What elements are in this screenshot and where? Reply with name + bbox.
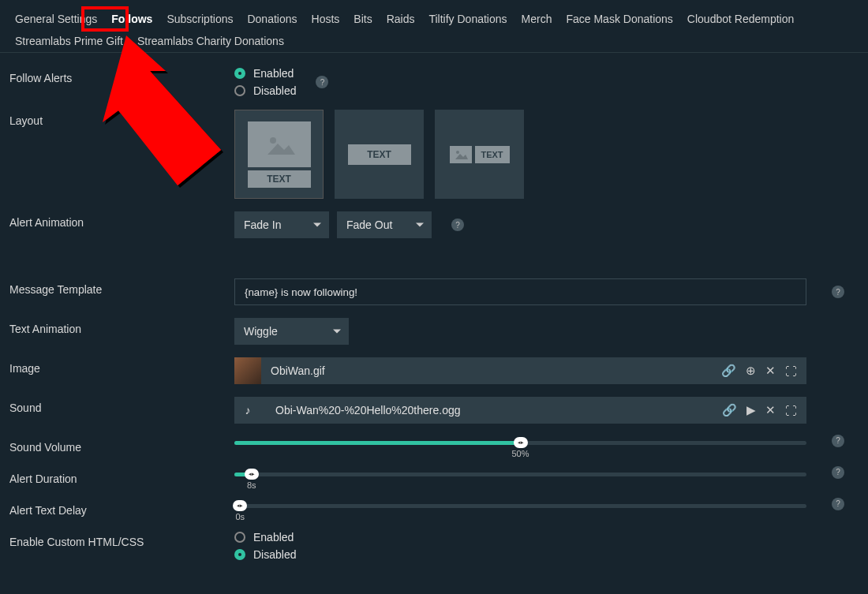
follow-alerts-label: Follow Alerts	[9, 67, 234, 84]
tab-streamlabs-charity-donations[interactable]: Streamlabs Charity Donations	[130, 30, 291, 52]
border-icon[interactable]: ⛶	[785, 404, 797, 417]
follow-alerts-disabled-radio[interactable]: Disabled	[234, 84, 296, 97]
svg-marker-4	[455, 154, 468, 159]
follow-alerts-enabled-radio[interactable]: Enabled	[234, 67, 296, 80]
sound-filename: Obi-Wan%20-%20Hello%20there.ogg	[261, 404, 722, 417]
custom-html-enabled-radio[interactable]: Enabled	[234, 531, 296, 544]
tab-follows[interactable]: Follows	[104, 8, 159, 30]
link-icon[interactable]: 🔗	[721, 364, 736, 378]
layout-option-3[interactable]: TEXT	[435, 110, 524, 199]
svg-marker-2	[268, 144, 295, 155]
close-icon[interactable]: ✕	[765, 403, 776, 417]
play-icon[interactable]: ▶	[746, 403, 756, 417]
tab-subscriptions[interactable]: Subscriptions	[159, 8, 240, 30]
help-icon[interactable]: ?	[832, 435, 844, 447]
tab-tiltify-donations[interactable]: Tiltify Donations	[421, 8, 514, 30]
image-file-row: ObiWan.gif 🔗 ⊕ ✕ ⛶	[234, 357, 806, 384]
image-label: Image	[9, 357, 234, 375]
layout-option-1[interactable]: TEXT	[234, 110, 324, 199]
alert-text-delay-label: Alert Text Delay	[9, 499, 234, 517]
animation-out-select[interactable]: Fade Out	[337, 211, 432, 238]
svg-point-3	[456, 151, 459, 154]
animation-in-select[interactable]: Fade In	[234, 211, 329, 238]
image-thumbnail	[234, 357, 261, 384]
layout-label: Layout	[9, 110, 234, 127]
tab-streamlabs-prime-gift[interactable]: Streamlabs Prime Gift	[8, 30, 130, 52]
help-icon[interactable]: ?	[832, 466, 844, 479]
svg-point-1	[270, 137, 276, 144]
custom-html-label: Enable Custom HTML/CSS	[9, 531, 234, 548]
text-animation-select[interactable]: Wiggle	[234, 318, 349, 345]
alert-duration-label: Alert Duration	[9, 468, 234, 485]
layout-option-2[interactable]: TEXT	[335, 110, 424, 199]
tab-donations[interactable]: Donations	[240, 8, 304, 30]
settings-tabs: General SettingsFollowsSubscriptionsDona…	[0, 0, 868, 53]
alert-duration-slider[interactable]: 8s	[234, 468, 806, 476]
alert-text-delay-slider[interactable]: 0s	[234, 499, 806, 508]
custom-html-disabled-radio[interactable]: Disabled	[234, 548, 296, 561]
tab-cloudbot-redemption[interactable]: Cloudbot Redemption	[680, 8, 801, 30]
sound-label: Sound	[9, 397, 234, 414]
message-template-label: Message Template	[9, 278, 234, 296]
help-icon[interactable]: ?	[451, 219, 464, 231]
tab-raids[interactable]: Raids	[380, 8, 422, 30]
message-template-input[interactable]	[234, 278, 806, 305]
border-icon[interactable]: ⛶	[785, 364, 797, 378]
tab-face-mask-donations[interactable]: Face Mask Donations	[559, 8, 679, 30]
help-icon[interactable]: ?	[832, 498, 844, 510]
link-icon[interactable]: 🔗	[722, 403, 737, 417]
sound-file-row: ♪ Obi-Wan%20-%20Hello%20there.ogg 🔗 ▶ ✕ …	[234, 397, 806, 424]
help-icon[interactable]: ?	[316, 76, 328, 88]
alert-animation-label: Alert Animation	[9, 211, 234, 229]
zoom-icon[interactable]: ⊕	[746, 364, 756, 378]
tab-bits[interactable]: Bits	[346, 8, 379, 30]
settings-content: Follow Alerts Enabled Disabled ? Layout …	[0, 53, 868, 567]
image-filename: ObiWan.gif	[261, 364, 721, 377]
text-animation-label: Text Animation	[9, 318, 234, 335]
tab-merch[interactable]: Merch	[514, 8, 559, 30]
sound-volume-slider[interactable]: 50%	[234, 436, 806, 445]
music-icon: ♪	[234, 397, 261, 424]
tab-general-settings[interactable]: General Settings	[8, 8, 104, 30]
tab-hosts[interactable]: Hosts	[305, 8, 347, 30]
help-icon[interactable]: ?	[832, 286, 844, 298]
close-icon[interactable]: ✕	[765, 364, 776, 378]
sound-volume-label: Sound Volume	[9, 436, 234, 454]
